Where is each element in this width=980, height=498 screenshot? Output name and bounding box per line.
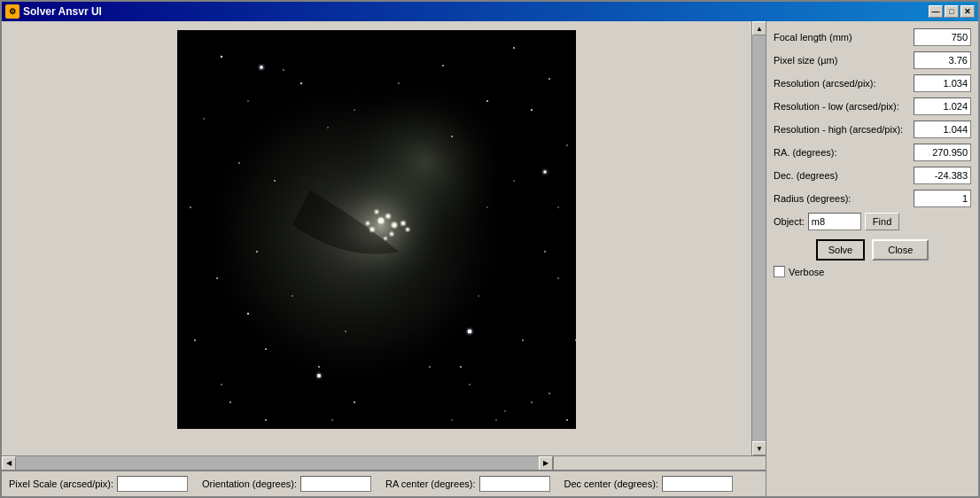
scroll-track-v[interactable]	[752, 35, 766, 441]
object-input[interactable]	[808, 213, 861, 230]
resolution-label: Resolution (arcsed/pix):	[774, 78, 910, 89]
close-window-button[interactable]: ✕	[961, 5, 975, 18]
resolution-high-input[interactable]	[914, 121, 971, 138]
find-button[interactable]: Find	[865, 213, 899, 230]
minimize-button[interactable]: —	[929, 5, 943, 18]
scroll-up-button[interactable]: ▲	[752, 21, 766, 35]
ra-row: RA. (degrees):	[774, 144, 971, 161]
resolution-high-label: Resolution - high (arcsed/pix):	[774, 124, 910, 135]
dec-input[interactable]	[914, 167, 971, 184]
solve-button[interactable]: Solve	[816, 239, 866, 261]
resolution-high-row: Resolution - high (arcsed/pix):	[774, 121, 971, 138]
ra-label: RA. (degrees):	[774, 147, 910, 158]
right-panel: Focal length (mm) Pixel size (µm) Resolu…	[766, 21, 978, 496]
verbose-row: Verbose	[774, 266, 971, 277]
scroll-left-button[interactable]: ◀	[2, 456, 16, 471]
pixel-scale-field: Pixel Scale (arcsed/pix):	[9, 476, 188, 492]
dec-center-input[interactable]	[662, 476, 733, 492]
pixel-size-row: Pixel size (µm)	[774, 51, 971, 69]
scroll-down-button[interactable]: ▼	[752, 441, 766, 455]
pixel-scale-input[interactable]	[117, 476, 188, 492]
orientation-field: Orientation (degrees):	[202, 476, 371, 492]
scroll-right-button[interactable]: ▶	[539, 456, 553, 471]
titlebar-buttons: — □ ✕	[929, 5, 975, 18]
resolution-row: Resolution (arcsed/pix):	[774, 74, 971, 92]
radius-input[interactable]	[914, 190, 971, 207]
scrollable-content[interactable]	[2, 21, 751, 455]
dec-row: Dec. (degrees)	[774, 167, 971, 184]
dec-center-field: Dec center (degrees):	[564, 476, 733, 492]
titlebar-left: ⚙ Solver Ansvr UI	[5, 4, 102, 19]
pixel-size-label: Pixel size (µm)	[774, 55, 910, 66]
resolution-input[interactable]	[914, 74, 971, 92]
titlebar: ⚙ Solver Ansvr UI — □ ✕	[2, 2, 978, 21]
main-panel: ▲ ▼ ◀ ▶ Pixel Scale (arcsed/pix):	[2, 21, 766, 496]
statusbar: Pixel Scale (arcsed/pix): Orientation (d…	[2, 470, 766, 496]
orientation-input[interactable]	[300, 476, 371, 492]
dec-label: Dec. (degrees)	[774, 170, 910, 181]
ra-center-input[interactable]	[479, 476, 550, 492]
verbose-label: Verbose	[789, 267, 971, 277]
window-title: Solver Ansvr UI	[23, 5, 102, 18]
nebula-image-container	[177, 30, 576, 429]
resolution-low-input[interactable]	[914, 97, 971, 115]
pixel-size-input[interactable]	[914, 51, 971, 69]
ra-center-label: RA center (degrees):	[385, 479, 476, 489]
object-label: Object:	[774, 216, 805, 227]
orientation-label: Orientation (degrees):	[202, 479, 297, 489]
object-row: Object: Find	[774, 213, 971, 230]
action-buttons-row: Solve Close	[774, 239, 971, 261]
pixel-scale-label: Pixel Scale (arcsed/pix):	[9, 479, 113, 489]
focal-length-input[interactable]	[914, 28, 971, 46]
vertical-scrollbar: ▲ ▼	[751, 21, 766, 455]
dec-center-label: Dec center (degrees):	[564, 479, 658, 489]
resolution-low-label: Resolution - low (arcsed/pix):	[774, 101, 910, 112]
content-area: ▲ ▼ ◀ ▶ Pixel Scale (arcsed/pix):	[2, 21, 978, 496]
app-icon: ⚙	[5, 4, 19, 19]
ra-input[interactable]	[914, 144, 971, 161]
radius-label: Radius (degrees):	[774, 193, 910, 204]
horizontal-scrollbar: ◀ ▶	[2, 455, 766, 470]
hscroll-spacer	[553, 456, 766, 471]
ra-center-field: RA center (degrees):	[385, 476, 550, 492]
resolution-low-row: Resolution - low (arcsed/pix):	[774, 97, 971, 115]
close-button[interactable]: Close	[872, 239, 929, 261]
nebula-canvas	[177, 30, 576, 429]
maximize-button[interactable]: □	[945, 5, 959, 18]
verbose-checkbox[interactable]	[774, 266, 785, 277]
focal-length-row: Focal length (mm)	[774, 28, 971, 46]
scroll-track-h[interactable]	[16, 456, 539, 470]
main-window: ⚙ Solver Ansvr UI — □ ✕ ▲	[0, 0, 980, 498]
focal-length-label: Focal length (mm)	[774, 32, 910, 43]
radius-row: Radius (degrees):	[774, 190, 971, 207]
